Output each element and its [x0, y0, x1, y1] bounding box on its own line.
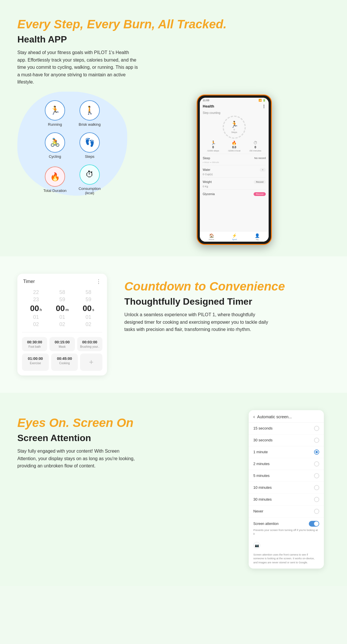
option-30m-label: 30 minutes	[253, 497, 272, 501]
timer-title: Timer	[23, 279, 35, 284]
activity-item-steps: 👣 Steps	[75, 132, 104, 159]
option-10m-label: 10 minutes	[253, 485, 272, 490]
screen-phone-wrapper: ‹ Automatic screen... 15 seconds 30 seco…	[249, 410, 330, 569]
screen-card-header: ‹ Automatic screen...	[249, 410, 324, 423]
option-2m[interactable]: 2 minutes	[249, 458, 324, 470]
timer-description: Unlock a seamless experience with PILOT …	[124, 311, 269, 333]
phone-outer: 11:03 📶 🔋 Health ⋮ Step counting 🏃	[197, 95, 272, 245]
activity-item-duration: 🔥 Total Duration	[40, 166, 69, 193]
glycemia-record-btn[interactable]: Record	[254, 192, 266, 196]
preset-brushing-time: 00:03:00	[82, 340, 97, 344]
kcal-stat-icon: 🔥	[232, 140, 237, 145]
option-5m[interactable]: 5 minutes	[249, 470, 324, 482]
back-arrow-icon[interactable]: ‹	[253, 414, 255, 419]
option-1m-radio[interactable]	[314, 449, 319, 455]
option-2m-radio[interactable]	[314, 461, 319, 467]
minutes-above1: 59	[59, 297, 65, 303]
steps-icon: 👣	[80, 132, 100, 153]
option-30s[interactable]: 30 seconds	[249, 434, 324, 446]
option-15s[interactable]: 15 seconds	[249, 423, 324, 434]
camera-icon: 📷	[253, 542, 260, 549]
timer-card-header: Timer ⋮	[17, 274, 107, 287]
minutes-stat-label: /30 minutes	[249, 149, 261, 152]
timer-seconds-col: 58 59 00s 01 02	[83, 289, 94, 327]
preset-exercise[interactable]: 01:00:00 Exercise	[22, 354, 49, 371]
option-never[interactable]: Never	[249, 506, 324, 517]
option-never-radio[interactable]	[314, 509, 319, 514]
option-30m[interactable]: 30 minutes	[249, 494, 324, 506]
radio-dot	[315, 451, 318, 453]
option-10m[interactable]: 10 minutes	[249, 482, 324, 494]
preset-mask-label: Mask	[59, 345, 66, 348]
walking-icon: 🚶	[80, 100, 100, 121]
option-30m-radio[interactable]	[314, 497, 319, 502]
option-30s-label: 30 seconds	[253, 438, 273, 442]
preset-cooking[interactable]: 00:45:00 Cooking	[51, 354, 78, 371]
duration-label: Total Duration	[43, 188, 67, 193]
screen-section: Eyes On. Screen On Screen Attention Stay…	[0, 393, 347, 586]
phone-app-header: Health ⋮	[200, 103, 269, 110]
sleep-label: Sleep	[203, 157, 210, 160]
option-10m-radio[interactable]	[314, 485, 319, 490]
stat-kcal: 🔥 0.0 /1000.0 kcal	[228, 140, 240, 152]
screen-text: Eyes On. Screen On Screen Attention Stay…	[17, 410, 231, 470]
phone-time: 11:03	[203, 99, 209, 102]
phone-inner: 11:03 📶 🔋 Health ⋮ Step counting 🏃	[200, 98, 269, 242]
timer-add-button[interactable]: +	[80, 354, 102, 371]
option-1m-label: 1 minute	[253, 450, 268, 454]
consumption-label: Consumption (kcal)	[75, 186, 104, 195]
home-icon: 🏠	[209, 233, 214, 238]
preset-brushing[interactable]: 00:03:00 Brushing your..	[77, 337, 102, 351]
option-5m-label: 5 minutes	[253, 473, 270, 478]
nav-my[interactable]: 👤 My	[255, 233, 260, 240]
kcal-stat-label: /1000.0 kcal	[228, 149, 240, 152]
hours-current: 00h	[30, 304, 42, 313]
duration-icon: 🔥	[45, 166, 65, 187]
activity-item-walking: 🚶 Brisk walking	[75, 100, 104, 127]
option-1m[interactable]: 1 minute	[249, 446, 324, 458]
my-icon: 👤	[255, 233, 260, 238]
water-add-btn[interactable]: +	[260, 168, 266, 172]
preset-brushing-label: Brushing your..	[80, 345, 99, 348]
preset-foot-bath[interactable]: 00:30:00 Foot bath	[22, 337, 47, 351]
sleep-no-record: No record	[254, 157, 266, 160]
water-row: Water +	[203, 167, 266, 173]
phone-menu-icon: ⋮	[262, 104, 266, 108]
steps-stat-val: 0	[212, 146, 214, 149]
activity-blob: 🏃 Running 🚶 Brisk walking 🚴 Cycling 👣 St…	[17, 92, 127, 196]
phone-bottom-nav: 🏠 Home ⚡ Sport 👤 My	[200, 231, 269, 242]
glycemia-label: Glycemia	[203, 193, 215, 196]
preset-mask[interactable]: 00:15:00 Mask	[49, 337, 75, 351]
nav-home[interactable]: 🏠 Home	[209, 233, 214, 240]
screen-description: Stay fully engaged with your content! Wi…	[17, 447, 139, 470]
camera-icon-row: 📷	[249, 540, 324, 551]
health-description: Stay ahead of your fitness goals with PI…	[17, 49, 139, 86]
preset-cooking-label: Cooking	[59, 362, 70, 365]
option-30s-radio[interactable]	[314, 438, 319, 443]
option-15s-label: 15 seconds	[253, 426, 273, 430]
consumption-icon: ⏱	[80, 164, 100, 185]
weight-row: Weight Record	[203, 179, 266, 185]
hours-below1: 01	[33, 314, 39, 320]
option-5m-radio[interactable]	[314, 473, 319, 478]
timer-menu-icon[interactable]: ⋮	[96, 278, 101, 285]
step-runner-icon: 🏃	[230, 121, 238, 128]
screen-attention-label: Screen attention	[253, 522, 278, 526]
weight-record-btn[interactable]: Record	[254, 180, 266, 184]
hours-below2: 02	[33, 321, 39, 327]
option-15s-radio[interactable]	[314, 426, 319, 431]
preset-exercise-label: Exercise	[30, 362, 41, 365]
nav-sport[interactable]: ⚡ Sport	[232, 233, 237, 240]
preset-exercise-time: 01:00:00	[28, 356, 43, 361]
health-section: Every Step, Every Burn, All Tracked. Hea…	[0, 0, 347, 256]
walking-label: Brisk walking	[79, 122, 101, 127]
running-icon: 🏃	[45, 100, 65, 121]
phone-content: Step counting 🏃 0 Steps 🏃 0	[200, 110, 269, 231]
screen-attention-desc: Prevents your screen from turning off if…	[253, 528, 319, 536]
timer-card: Timer ⋮ 22 23 00h 01 02 58 59 00m	[17, 274, 107, 375]
preset-mask-time: 00:15:00	[55, 340, 70, 344]
timer-text: Countdown to Convenience Thoughtfully De…	[124, 274, 330, 333]
screen-attention-toggle[interactable]	[309, 521, 319, 527]
screen-bottom-desc: Screen attention uses the front camera t…	[249, 551, 324, 569]
hours-above1: 23	[33, 297, 39, 303]
